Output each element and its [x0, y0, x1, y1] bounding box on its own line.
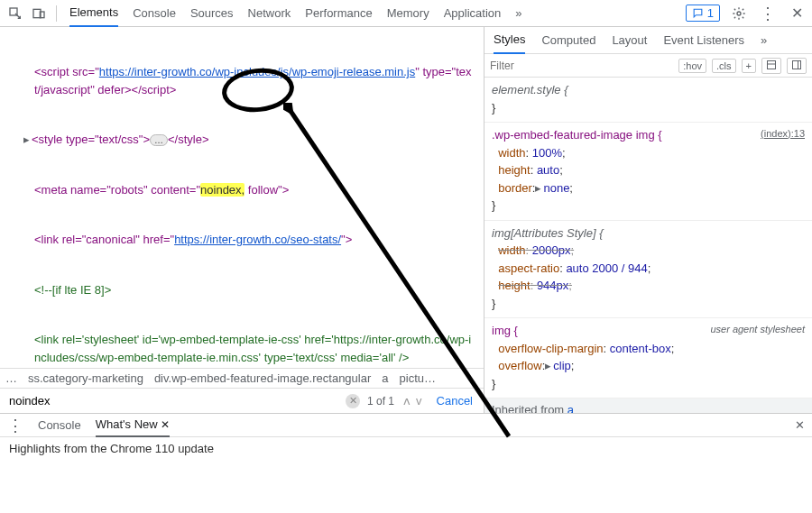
- drawer: ⋮ Console What's New ✕ ✕ Highlights from…: [0, 413, 812, 460]
- sidebar-toggle-icon[interactable]: [787, 58, 807, 74]
- breadcrumb-item[interactable]: div.wp-embed-featured-image.rectangular: [154, 370, 371, 388]
- search-highlight: noindex,: [200, 183, 245, 197]
- kebab-icon[interactable]: ⋮: [7, 416, 23, 435]
- elements-panel: <script src="https://inter-growth.co/wp-…: [0, 27, 484, 413]
- styles-filter-input[interactable]: [490, 60, 673, 72]
- styles-list[interactable]: element.style { } (index):13 .wp-embed-f…: [484, 78, 812, 413]
- dom-tree[interactable]: <script src="https://inter-growth.co/wp-…: [0, 27, 484, 368]
- divider: [56, 5, 57, 22]
- inherited-from-bar: Inherited from a: [484, 398, 812, 413]
- drawer-content: Highlights from the Chrome 110 update: [0, 437, 812, 460]
- breadcrumb-item[interactable]: ss.category-marketing: [28, 370, 143, 388]
- devtools-toolbar: Elements Console Sources Network Perform…: [0, 0, 812, 27]
- dom-line[interactable]: <!--[if lte IE 8]>: [7, 281, 476, 299]
- drawer-tabs: ⋮ Console What's New ✕ ✕: [0, 414, 812, 437]
- styles-panel: Styles Computed Layout Event Listeners »…: [484, 27, 812, 413]
- rule[interactable]: img[Attributes Style] { width: 2000px; a…: [484, 221, 812, 319]
- find-bar: ✕ 1 of 1 ʌ v Cancel: [0, 388, 484, 413]
- tab-network[interactable]: Network: [248, 0, 291, 27]
- kebab-icon[interactable]: ⋮: [758, 4, 778, 23]
- hov-button[interactable]: :hov: [678, 59, 706, 73]
- tab-sources[interactable]: Sources: [190, 0, 234, 27]
- breadcrumb-ellipsis[interactable]: …: [5, 370, 17, 388]
- inspect-icon[interactable]: [5, 4, 25, 23]
- tab-elements[interactable]: Elements: [69, 0, 118, 27]
- drawer-tab-whatsnew[interactable]: What's New ✕: [96, 414, 171, 437]
- svg-point-3: [737, 12, 741, 15]
- new-rule-icon[interactable]: +: [742, 59, 756, 73]
- prev-match-icon[interactable]: ʌ: [401, 394, 412, 408]
- gear-icon[interactable]: [729, 4, 749, 23]
- messages-count: 1: [707, 6, 714, 20]
- dom-line[interactable]: <link rel="canonical" href="https://inte…: [7, 231, 476, 249]
- subtab-computed[interactable]: Computed: [541, 27, 595, 54]
- subtab-styles[interactable]: Styles: [494, 27, 525, 54]
- next-match-icon[interactable]: v: [414, 394, 424, 408]
- styles-tabs: Styles Computed Layout Event Listeners »: [484, 27, 812, 54]
- breadcrumb-item[interactable]: pictu…: [400, 370, 436, 388]
- close-drawer-icon[interactable]: ✕: [795, 418, 805, 432]
- breadcrumb[interactable]: … ss.category-marketing div.wp-embed-fea…: [0, 368, 484, 388]
- clear-search-icon[interactable]: ✕: [346, 394, 360, 408]
- tab-memory[interactable]: Memory: [387, 0, 429, 27]
- dom-line[interactable]: <meta name="robots" content="noindex, fo…: [7, 181, 476, 199]
- tab-performance[interactable]: Performance: [305, 0, 372, 27]
- user-agent-label: user agent stylesheet: [710, 322, 805, 337]
- dom-line[interactable]: <script src="https://inter-growth.co/wp-…: [7, 63, 476, 98]
- rule-source-link[interactable]: (index):13: [761, 126, 805, 142]
- main-tabs: Elements Console Sources Network Perform…: [64, 0, 682, 27]
- drawer-tab-console[interactable]: Console: [38, 414, 81, 437]
- rule[interactable]: (index):13 .wp-embed-featured-image img …: [484, 123, 812, 221]
- search-input[interactable]: [5, 392, 338, 409]
- split-panels: <script src="https://inter-growth.co/wp-…: [0, 27, 812, 413]
- rule[interactable]: user agent stylesheet img { overflow-cli…: [484, 318, 812, 398]
- messages-badge[interactable]: 1: [686, 5, 720, 22]
- search-count: 1 of 1: [367, 395, 394, 408]
- dom-line[interactable]: ▸<style type="text/css">…</style>: [7, 131, 476, 149]
- search-nav: ʌ v: [401, 394, 424, 408]
- device-toggle-icon[interactable]: [29, 4, 49, 23]
- toolbar-right: 1 ⋮ ✕: [686, 4, 807, 23]
- computed-toggle-icon[interactable]: [761, 58, 781, 74]
- subtab-overflow-icon[interactable]: »: [761, 27, 767, 54]
- close-tab-icon[interactable]: ✕: [161, 418, 170, 431]
- tab-console[interactable]: Console: [133, 0, 176, 27]
- breadcrumb-item[interactable]: a: [382, 370, 388, 388]
- dom-line[interactable]: <link rel='stylesheet' id='wp-embed-temp…: [7, 331, 476, 366]
- svg-rect-5: [793, 60, 801, 69]
- subtab-eventlisteners[interactable]: Event Listeners: [663, 27, 744, 54]
- cancel-button[interactable]: Cancel: [431, 394, 478, 408]
- filter-bar: :hov .cls +: [484, 54, 812, 78]
- tab-application[interactable]: Application: [444, 0, 502, 27]
- close-icon[interactable]: ✕: [787, 4, 807, 23]
- rule-elementstyle[interactable]: element.style { }: [484, 78, 812, 123]
- svg-rect-4: [768, 60, 776, 69]
- tabs-overflow-icon[interactable]: »: [515, 0, 521, 27]
- cls-button[interactable]: .cls: [712, 59, 736, 73]
- subtab-layout[interactable]: Layout: [612, 27, 647, 54]
